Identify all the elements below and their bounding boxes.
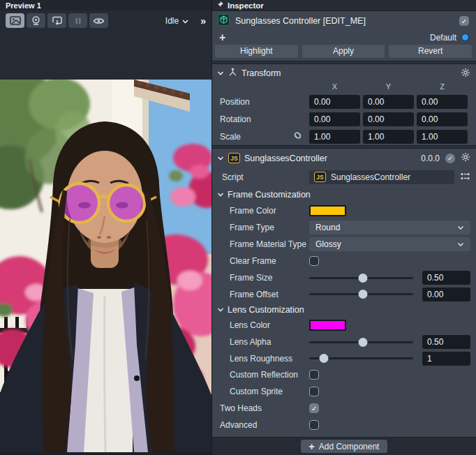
pause-icon bbox=[73, 16, 83, 26]
link-scale-icon[interactable] bbox=[293, 131, 302, 142]
preview-title: Preview 1 bbox=[6, 1, 41, 10]
prefab-state-radio[interactable] bbox=[461, 33, 469, 41]
eye-icon bbox=[93, 17, 105, 25]
script-label: Script bbox=[220, 172, 309, 182]
gear-icon[interactable] bbox=[461, 68, 470, 80]
custom-sprite-checkbox[interactable] bbox=[309, 387, 319, 396]
frame-type-dropdown[interactable]: Round bbox=[309, 221, 470, 234]
scale-x-input[interactable] bbox=[309, 130, 360, 144]
lens-alpha-label: Lens Alpha bbox=[220, 337, 309, 347]
lens-alpha-input[interactable] bbox=[422, 335, 470, 349]
chevron-down-icon bbox=[217, 306, 224, 313]
lens-roughness-input[interactable] bbox=[422, 352, 470, 366]
lens-alpha-slider[interactable] bbox=[309, 337, 413, 347]
lens-roughness-slider[interactable] bbox=[309, 354, 413, 364]
rotation-row: Rotation bbox=[212, 110, 476, 128]
lens-color-row: Lens Color bbox=[212, 317, 476, 334]
frame-type-label: Frame Type bbox=[220, 223, 309, 232]
position-row: Position bbox=[212, 93, 476, 110]
clear-frame-row: Clear Frame bbox=[212, 253, 476, 269]
custom-sprite-row: Custom Sprite bbox=[212, 383, 476, 400]
preview-visibility-button[interactable] bbox=[89, 13, 108, 28]
frame-size-input[interactable] bbox=[422, 271, 470, 285]
rotation-z-input[interactable] bbox=[417, 112, 468, 126]
rotation-label: Rotation bbox=[220, 114, 309, 124]
lens-color-swatch[interactable] bbox=[309, 320, 346, 331]
chevron-down-icon bbox=[217, 155, 224, 162]
preview-photo bbox=[0, 80, 211, 452]
preview-state-label: Idle bbox=[165, 16, 179, 26]
panel-expand-button[interactable]: » bbox=[200, 15, 206, 27]
frame-size-slider[interactable] bbox=[309, 273, 413, 283]
scene-object-icon bbox=[218, 14, 230, 28]
frame-size-row: Frame Size bbox=[212, 269, 476, 286]
add-override-button[interactable]: + bbox=[219, 32, 225, 43]
add-component-button[interactable]: + Add Component bbox=[301, 440, 388, 453]
entity-name[interactable]: Sunglasses Controller [EDIT_ME] bbox=[235, 16, 454, 26]
component-enabled-checkbox[interactable] bbox=[445, 154, 455, 163]
scale-y-input[interactable] bbox=[363, 130, 414, 144]
rotation-y-input[interactable] bbox=[363, 112, 414, 126]
script-component-header[interactable]: JS SunglassesController 0.0.0 bbox=[212, 149, 476, 167]
revert-button[interactable]: Revert bbox=[389, 45, 472, 58]
script-component-title: SunglassesController bbox=[244, 154, 327, 163]
camera-preview-viewport[interactable] bbox=[0, 80, 211, 455]
transform-section-header[interactable]: Transform bbox=[212, 64, 476, 82]
custom-sprite-label: Custom Sprite bbox=[220, 387, 309, 396]
highlight-button[interactable]: Highlight bbox=[215, 45, 298, 58]
axis-y-label: Y bbox=[363, 82, 414, 93]
frame-color-swatch[interactable] bbox=[309, 205, 346, 216]
frame-offset-slider[interactable] bbox=[309, 290, 413, 299]
clear-frame-label: Clear Frame bbox=[220, 256, 309, 266]
pin-icon[interactable] bbox=[216, 1, 224, 10]
frame-offset-row: Frame Offset bbox=[212, 286, 476, 302]
pause-button[interactable] bbox=[68, 13, 87, 28]
clear-frame-checkbox[interactable] bbox=[309, 256, 319, 266]
custom-reflection-checkbox[interactable] bbox=[309, 370, 319, 380]
prefab-state-label[interactable]: Default bbox=[430, 33, 456, 43]
transform-section-title: Transform bbox=[241, 68, 281, 78]
frame-offset-input[interactable] bbox=[422, 288, 470, 301]
preview-empty-area bbox=[0, 31, 211, 80]
frame-customization-title: Frame Customization bbox=[228, 190, 311, 200]
webcam-source-button[interactable] bbox=[27, 13, 45, 28]
preview-titlebar: Preview 1 bbox=[0, 0, 211, 10]
add-component-label: Add Component bbox=[319, 442, 380, 452]
position-y-input[interactable] bbox=[363, 95, 414, 109]
apply-button[interactable]: Apply bbox=[302, 45, 385, 58]
frame-offset-label: Frame Offset bbox=[220, 290, 309, 299]
two-heads-label: Two Heads bbox=[218, 403, 309, 413]
position-z-input[interactable] bbox=[417, 95, 468, 109]
frame-type-value: Round bbox=[315, 223, 340, 232]
entity-enabled-checkbox[interactable] bbox=[459, 16, 469, 26]
app-window: Preview 1 bbox=[0, 0, 476, 455]
position-x-input[interactable] bbox=[309, 95, 360, 109]
chevron-down-icon bbox=[182, 16, 188, 26]
frame-customization-header[interactable]: Frame Customization bbox=[212, 186, 476, 202]
lens-customization-header[interactable]: Lens Customization bbox=[212, 302, 476, 317]
scale-z-input[interactable] bbox=[417, 130, 468, 144]
prefab-row: + Default bbox=[212, 31, 476, 44]
chevron-down-icon bbox=[457, 239, 464, 249]
axis-header-row: X Y Z bbox=[212, 82, 476, 93]
rotation-x-input[interactable] bbox=[309, 112, 360, 126]
axis-x-label: X bbox=[309, 82, 360, 93]
image-source-button[interactable] bbox=[6, 13, 24, 28]
frame-color-row: Frame Color bbox=[212, 202, 476, 219]
image-icon bbox=[10, 16, 21, 25]
inspector-panel: Inspector Sunglasses Controller [EDIT_ME… bbox=[212, 0, 476, 455]
frame-type-row: Frame Type Round bbox=[212, 219, 476, 236]
frame-color-label: Frame Color bbox=[220, 206, 309, 216]
script-reference-field[interactable]: JS SunglassesController bbox=[309, 170, 454, 184]
preview-state-dropdown[interactable]: Idle bbox=[165, 16, 188, 26]
script-row: Script JS SunglassesController bbox=[212, 167, 476, 186]
node-picker-icon[interactable] bbox=[460, 172, 470, 183]
two-heads-checkbox[interactable] bbox=[309, 403, 319, 413]
gear-icon[interactable] bbox=[461, 152, 470, 164]
frame-material-dropdown[interactable]: Glossy bbox=[309, 237, 470, 251]
script-reference-value: SunglassesController bbox=[331, 172, 410, 182]
screen-mirror-button[interactable] bbox=[47, 13, 66, 28]
scale-row: Scale bbox=[212, 128, 476, 145]
advanced-checkbox[interactable] bbox=[309, 420, 319, 430]
lens-color-label: Lens Color bbox=[220, 320, 309, 330]
